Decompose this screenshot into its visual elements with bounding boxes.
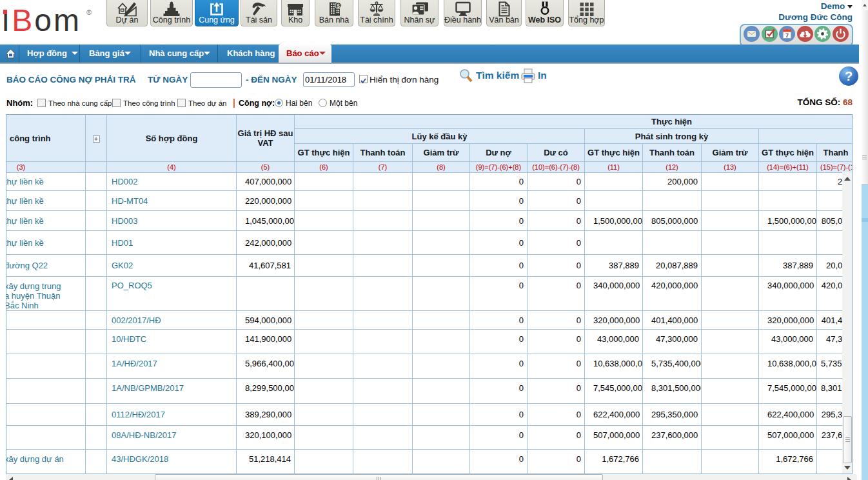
svg-text:7: 7 <box>785 32 789 39</box>
svg-text:$: $ <box>337 3 340 9</box>
